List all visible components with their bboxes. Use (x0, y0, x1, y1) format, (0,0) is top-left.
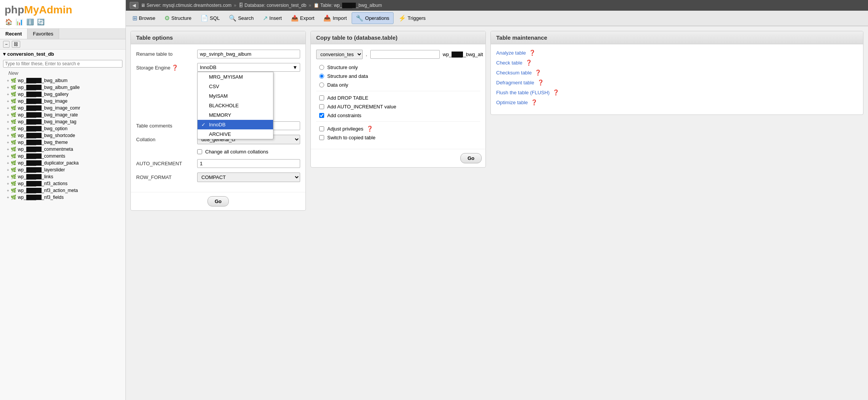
export-button[interactable]: 📤 Export (287, 12, 319, 24)
chart-icon[interactable]: 📊 (15, 18, 24, 26)
check-icon: ✓ (201, 122, 207, 127)
copy-table-input[interactable] (370, 50, 440, 59)
defragment-link[interactable]: Defragment table (496, 80, 534, 85)
check-link[interactable]: Check table (496, 60, 522, 66)
list-item[interactable]: + 🌿 wp_▓▓▓_bwg_gallery (0, 91, 125, 98)
add-auto-inc-checkbox[interactable] (319, 104, 324, 109)
analyze-help-icon[interactable]: ❓ (529, 50, 535, 56)
analyze-link[interactable]: Analyze table (496, 50, 526, 56)
rename-input[interactable] (197, 50, 300, 58)
check-row: Check table ❓ (496, 60, 858, 66)
import-button[interactable]: 📥 Import (319, 12, 351, 24)
home-icon[interactable]: 🏠 (5, 18, 13, 26)
operations-button[interactable]: 🔧 Operations (352, 12, 394, 24)
checksum-help-icon[interactable]: ❓ (535, 69, 541, 76)
row-format-select[interactable]: COMPACT (197, 173, 300, 182)
export-icon: 📤 (291, 15, 299, 22)
refresh-icon[interactable]: 🔄 (37, 18, 45, 26)
structure-icon: ⚙ (164, 15, 170, 22)
change-collations-checkbox[interactable] (197, 149, 202, 154)
insert-button[interactable]: ↗ Insert (259, 12, 286, 24)
defragment-help-icon[interactable]: ❓ (537, 79, 544, 85)
engine-option-myisam[interactable]: MyISAM (198, 91, 273, 101)
list-item[interactable]: + 🌿 wp_▓▓▓_comments (0, 153, 125, 160)
expand-button[interactable]: ⛓ (12, 41, 20, 48)
list-item[interactable]: + 🌿 wp_▓▓▓_bwg_image_comr (0, 105, 125, 111)
list-item[interactable]: + 🌿 wp_▓▓▓_commentmeta (0, 146, 125, 153)
list-item[interactable]: + 🌿 wp_▓▓▓_bwg_image_tag (0, 118, 125, 125)
engine-trigger[interactable]: InnoDB ▼ (197, 63, 300, 72)
db-name[interactable]: ▾ conversion_test_db (0, 50, 125, 58)
auto-increment-label: AUTO_INCREMENT (136, 161, 193, 166)
flush-help-icon[interactable]: ❓ (553, 89, 559, 95)
list-item[interactable]: + 🌿 wp_▓▓▓_bwg_album_galle (0, 84, 125, 91)
list-item[interactable]: + 🌿 wp_▓▓▓_bwg_shortcode (0, 132, 125, 139)
adjust-privileges-checkbox[interactable] (319, 126, 324, 131)
optimize-help-icon[interactable]: ❓ (531, 99, 537, 105)
rename-row: Rename table to (136, 50, 300, 58)
list-item[interactable]: + 🌿 wp_▓▓▓_nf3_actions (0, 180, 125, 187)
copy-go-button[interactable]: Go (460, 153, 482, 163)
auto-increment-input[interactable] (197, 159, 300, 168)
structure-button[interactable]: ⚙ Structure (160, 12, 196, 24)
logo-mya: MyAdmin (24, 4, 72, 16)
adjust-privileges-label: Adjust privileges (327, 126, 363, 132)
engine-option-csv[interactable]: CSV (198, 82, 273, 91)
collapse-button[interactable]: − (3, 41, 10, 48)
tab-recent[interactable]: Recent (0, 29, 27, 39)
list-item[interactable]: + 🌿 wp_▓▓▓_links (0, 173, 125, 180)
copy-table-header: Copy table to (database.table) (311, 31, 485, 44)
analyze-row: Analyze table ❓ (496, 50, 858, 56)
add-constraints-checkbox[interactable] (319, 113, 324, 118)
engine-dropdown[interactable]: InnoDB ▼ MRG_MYISAM CSV (197, 63, 300, 72)
filter-input[interactable] (3, 60, 122, 68)
switch-copied-checkbox[interactable] (319, 135, 324, 140)
copy-dot-sep: . (366, 52, 367, 57)
tab-favorites[interactable]: Favorites (27, 29, 59, 39)
flush-link[interactable]: Flush the table (FLUSH) (496, 90, 550, 95)
copy-db-select[interactable]: conversion_tes (316, 50, 363, 59)
browse-button[interactable]: ⊞ Browse (128, 12, 159, 24)
engine-help-icon[interactable]: ❓ (172, 65, 178, 71)
list-item[interactable]: + 🌿 wp_▓▓▓_layerslider (0, 166, 125, 173)
check-help-icon[interactable]: ❓ (526, 60, 532, 66)
info-icon[interactable]: ℹ️ (26, 18, 34, 26)
engine-option-archive[interactable]: ARCHIVE (198, 129, 273, 139)
table-icon: 🌿 (11, 92, 16, 97)
list-item[interactable]: + 🌿 wp_▓▓▓_bwg_image (0, 98, 125, 105)
back-button[interactable]: ◀ (130, 2, 138, 9)
list-item[interactable]: + 🌿 wp_▓▓▓_bwg_image_rate (0, 111, 125, 118)
search-button[interactable]: 🔍 Search (225, 12, 258, 24)
table-icon: 🌿 (11, 195, 16, 200)
structure-data-radio[interactable] (319, 74, 324, 79)
expand-icon: + (7, 127, 9, 131)
copy-table-footer: Go (311, 149, 485, 167)
table-options-go-button[interactable]: Go (207, 196, 229, 206)
add-drop-checkbox[interactable] (319, 95, 324, 100)
expand-icon: + (7, 134, 9, 138)
table-icon: 🌿 (11, 140, 16, 145)
adjust-help-icon[interactable]: ❓ (366, 126, 373, 132)
engine-option-blackhole[interactable]: BLACKHOLE (198, 101, 273, 110)
list-item[interactable]: + 🌿 wp_▓▓▓_bwg_theme (0, 139, 125, 146)
expand-icon: + (7, 189, 9, 193)
sql-button[interactable]: 📄 SQL (196, 12, 224, 24)
list-item[interactable]: + 🌿 wp_▓▓▓_nf3_fields (0, 194, 125, 201)
engine-option-innodb[interactable]: ✓ InnoDB (198, 120, 273, 129)
new-table-item[interactable]: New (0, 69, 125, 77)
engine-option-mrg[interactable]: MRG_MYISAM (198, 72, 273, 82)
rename-label: Rename table to (136, 51, 193, 57)
list-item[interactable]: + 🌿 wp_▓▓▓_duplicator_packa (0, 160, 125, 166)
engine-option-memory[interactable]: MEMORY (198, 110, 273, 120)
list-item[interactable]: + 🌿 wp_▓▓▓_bwg_album (0, 77, 125, 84)
comments-label: Table comments (136, 123, 193, 129)
optimize-link[interactable]: Optimize table (496, 100, 528, 105)
list-item[interactable]: + 🌿 wp_▓▓▓_nf3_action_meta (0, 187, 125, 194)
triggers-button[interactable]: ⚡ Triggers (394, 12, 430, 24)
table-name: wp_▓▓▓_bwg_album_galle (18, 85, 80, 90)
data-only-radio[interactable] (319, 82, 324, 87)
structure-only-radio[interactable] (319, 65, 324, 70)
checksum-link[interactable]: Checksum table (496, 70, 532, 76)
table-name: wp_▓▓▓_bwg_image (18, 98, 68, 104)
list-item[interactable]: + 🌿 wp_▓▓▓_bwg_option (0, 125, 125, 132)
